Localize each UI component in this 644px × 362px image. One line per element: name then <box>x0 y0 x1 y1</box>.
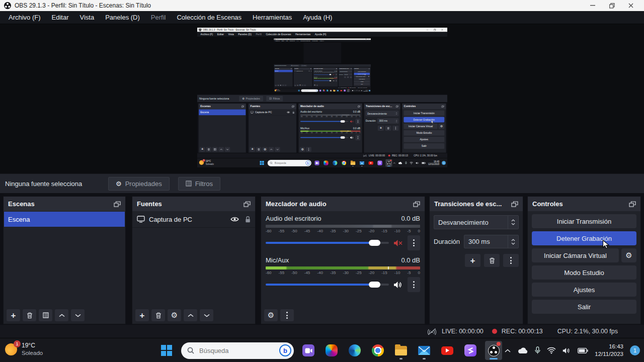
volume-slider-row <box>314 79 337 81</box>
menu-item[interactable]: Archivo (F) <box>3 14 46 21</box>
move-source-down-button[interactable] <box>200 309 213 321</box>
tray-chevron-icon[interactable] <box>505 349 511 352</box>
menu-item[interactable]: Herramientas <box>247 14 297 21</box>
move-scene-up-button[interactable] <box>55 309 68 321</box>
camera-app-icon <box>319 89 321 92</box>
stop-recording-button[interactable]: Detener Grabación <box>532 231 636 245</box>
volume-slider[interactable] <box>266 284 389 286</box>
menu-item: Herramientas <box>311 40 318 41</box>
volume-slider[interactable] <box>266 242 389 244</box>
popout-icon[interactable] <box>244 201 251 207</box>
weather-widget[interactable]: 1 19°C Soleado <box>5 341 43 357</box>
taskbar-app-edge[interactable] <box>346 341 363 360</box>
taskbar-clock[interactable]: 16:43 12/11/2023 <box>595 343 623 358</box>
eye-icon[interactable] <box>230 216 239 222</box>
popout-icon[interactable] <box>413 201 420 207</box>
popout-icon[interactable] <box>114 201 121 207</box>
taskbar-app-youtube <box>368 159 374 167</box>
menu-item[interactable]: Vista <box>74 14 100 21</box>
onedrive-icon[interactable] <box>517 347 528 354</box>
add-transition-button[interactable]: + <box>465 254 480 267</box>
wifi-icon[interactable] <box>547 347 556 354</box>
channel-menu-button[interactable] <box>408 235 420 250</box>
duration-spinner[interactable]: 300 ms <box>464 235 519 248</box>
taskbar-search[interactable]: b <box>181 342 294 359</box>
spinner-arrows[interactable] <box>508 235 518 248</box>
close-button[interactable] <box>622 1 640 11</box>
taskbar-app-youtube[interactable] <box>439 341 456 360</box>
notification-badge[interactable]: 1 <box>630 345 640 355</box>
cpu-stats: CPU: 2.1%, 30.00 fps <box>414 154 437 157</box>
slider-handle[interactable] <box>369 282 380 288</box>
restore-button[interactable] <box>603 1 621 11</box>
transition-select[interactable]: Desvanecimiento <box>434 215 519 229</box>
recording-dot-icon <box>492 329 497 334</box>
speaker-icon[interactable] <box>393 281 403 289</box>
weather-text: 19°C Soleado <box>277 89 280 92</box>
remove-source-button[interactable] <box>151 309 165 321</box>
transitions-dock-header[interactable]: Transiciones de esc... <box>430 197 523 211</box>
taskbar-app-clipchamp <box>376 159 383 167</box>
filters-button[interactable]: Filtros <box>178 177 220 191</box>
preview-content[interactable]: OBS 29.1.3 - Perfil: Sin Título - Escena… <box>197 28 447 167</box>
filter-icon <box>302 65 303 66</box>
recording-dot-icon <box>348 87 349 88</box>
properties-button[interactable]: ⚙ Propiedades <box>108 177 170 191</box>
mixer-dock-header[interactable]: Mezclador de audio <box>261 197 425 211</box>
transition-menu-button[interactable] <box>503 254 519 267</box>
popout-icon[interactable] <box>629 201 636 207</box>
source-properties-button: ⚙ <box>299 84 301 86</box>
remove-scene-button[interactable] <box>23 309 36 321</box>
speaker-muted-icon[interactable] <box>393 239 403 247</box>
start-streaming-button[interactable]: Iniciar Transmisión <box>532 214 636 228</box>
start-button[interactable] <box>158 341 175 360</box>
menu-item[interactable]: Editar <box>46 14 74 21</box>
sources-dock-header[interactable]: Fuentes <box>132 197 255 211</box>
scene-item-selected[interactable]: Escena <box>4 212 125 227</box>
slider-handle[interactable] <box>369 240 380 246</box>
bing-chat-icon[interactable]: b <box>279 344 291 356</box>
volume-icon[interactable] <box>562 347 571 354</box>
menu-item[interactable]: Paneles (D) <box>100 14 145 21</box>
scenes-dock: Escenas Escena + <box>198 104 246 153</box>
add-source-button[interactable]: + <box>135 309 149 321</box>
menu-item[interactable]: Colección de Escenas <box>171 14 247 21</box>
studio-mode-button[interactable]: Modo Estudio <box>532 265 636 280</box>
source-row[interactable]: Captura de PC <box>132 211 255 228</box>
chrome-icon <box>342 160 346 165</box>
exit-button[interactable]: Salir <box>532 300 636 314</box>
titlebar[interactable]: OBS 29.1.3 - Perfil: Sin Título - Escena… <box>0 0 644 11</box>
scenes-dock-header[interactable]: Escenas <box>4 197 125 211</box>
popout-icon[interactable] <box>511 201 518 207</box>
taskbar-app-meet-camera[interactable] <box>300 341 317 360</box>
minimize-button[interactable] <box>584 1 602 11</box>
taskbar-app-chrome[interactable] <box>369 341 386 360</box>
taskbar-app-clipchamp[interactable] <box>462 341 479 360</box>
mixer-channel-desktop: Audio del escritorio 0.0 dB -60-55-50-45… <box>314 70 337 76</box>
add-scene-button[interactable]: + <box>7 309 20 321</box>
battery-icon[interactable] <box>578 348 588 353</box>
chevron-up-icon <box>220 149 222 150</box>
remove-transition-button[interactable] <box>484 254 500 267</box>
menu-item[interactable]: Ayuda (H) <box>297 14 338 21</box>
settings-button[interactable]: Ajustes <box>532 283 636 297</box>
advanced-audio-button[interactable]: ⚙ <box>264 309 278 321</box>
kebab-icon <box>286 312 288 319</box>
microphone-icon[interactable] <box>535 346 540 354</box>
move-source-up-button[interactable] <box>184 309 197 321</box>
taskbar-app-microsoft365[interactable] <box>323 341 340 360</box>
mixer-menu-button[interactable] <box>280 309 294 321</box>
taskbar-app-file-explorer[interactable] <box>392 341 410 360</box>
controls-dock-header[interactable]: Controles <box>528 197 640 211</box>
scene-filters-button[interactable] <box>39 309 52 321</box>
menu-item[interactable]: Perfil <box>145 14 172 21</box>
mixer-channel-desktop: Audio del escritorio 0.0 dB -60-55-50-45… <box>266 215 420 250</box>
source-properties-button[interactable]: ⚙ <box>168 309 181 321</box>
move-scene-down-button[interactable] <box>71 309 85 321</box>
search-input[interactable] <box>198 346 275 355</box>
channel-menu-button[interactable] <box>408 277 420 292</box>
taskbar-app-mail[interactable] <box>416 341 433 360</box>
taskbar-app-obs[interactable] <box>485 341 502 360</box>
lock-icon[interactable] <box>245 216 251 223</box>
virtual-camera-settings-button[interactable]: ⚙ <box>621 248 636 262</box>
